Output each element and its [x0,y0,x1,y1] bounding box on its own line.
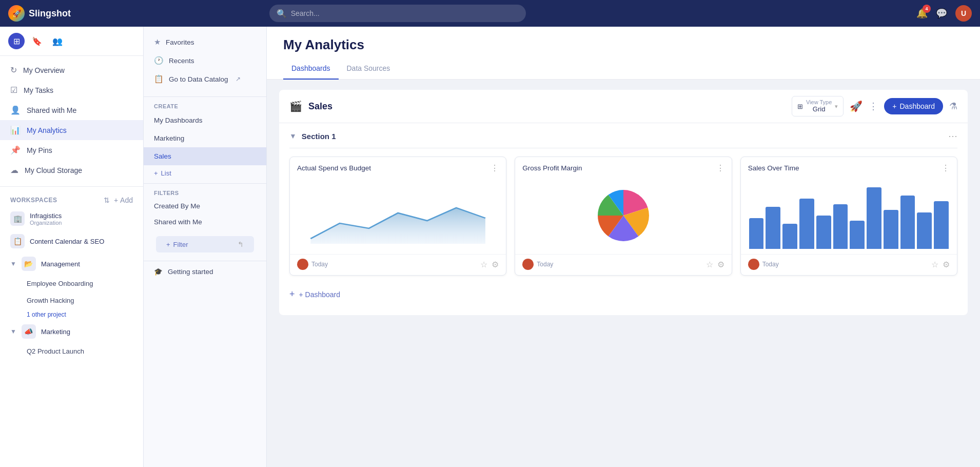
workspace-name: Infragistics [30,212,120,220]
workspace-sub: Organization [30,220,120,226]
bar [934,201,949,249]
cloud-icon: ☁ [10,165,18,175]
star-icon[interactable]: ☆ [931,260,938,269]
card-more-icon[interactable]: ⋮ [942,163,950,173]
card-avatar [748,259,759,270]
section-name: Section 1 [302,132,336,141]
plus-icon: + [166,241,170,248]
star-icon[interactable]: ☆ [480,260,487,269]
sidebar-nav: ↻ My Overview ☑ My Tasks 👤 Shared with M… [0,56,143,184]
sidebar-item-my-analytics[interactable]: 📊 My Analytics [0,120,143,140]
tab-data-sources[interactable]: Data Sources [339,60,399,80]
bar [799,199,814,249]
people-icon: 👥 [52,36,63,46]
search-input[interactable] [291,9,519,17]
add-dashboard-row-label: + Dashboard [299,290,341,299]
filter-created-by-me[interactable]: Created By Me [144,198,266,214]
tab-dashboards[interactable]: Dashboards [283,60,339,80]
sidebar-item-my-pins[interactable]: 📌 My Pins [0,140,143,160]
card-user: Today [297,259,328,270]
bar [867,187,881,249]
add-list-button[interactable]: + List [144,165,266,181]
workspaces-actions: ⇅ + Add [104,196,133,204]
middle-item-my-dashboards[interactable]: My Dashboards ⋯ [144,111,266,129]
sidebar-tab-layers[interactable]: ⊞ [8,33,25,49]
catalog-icon: 📋 [154,74,164,84]
card-avatar [297,259,308,270]
add-dashboard-row[interactable]: + + Dashboard [289,284,957,305]
sidebar-item-label: My Pins [27,146,52,154]
workspace-item-content-calendar[interactable]: 📋 Content Calendar & SEO ⋯ [0,230,143,252]
dashboard-label: My Dashboards [154,116,203,124]
user-avatar[interactable]: U [955,5,972,22]
workspaces-header: Workspaces ⇅ + Add [0,193,143,207]
middle-item-recents[interactable]: 🕐 Recents [144,51,266,70]
share-icon[interactable]: ⚙ [492,260,499,269]
view-type-button[interactable]: ⊞ View Type Grid ▾ [792,96,844,116]
workspace-item-marketing[interactable]: ▼ 📣 Marketing ⋯ [0,320,143,343]
sub-item-growth-hacking[interactable]: Growth Hacking ⋯ [0,292,143,309]
search-bar[interactable]: 🔍 [269,5,526,22]
middle-item-data-catalog[interactable]: 📋 Go to Data Catalog ↗ [144,70,266,88]
card-more-icon[interactable]: ⋮ [716,163,724,173]
sidebar-item-my-tasks[interactable]: ☑ My Tasks [0,80,143,100]
card-more-icon[interactable]: ⋮ [491,163,499,173]
chevron-down-icon: ▼ [10,260,16,267]
logo-icon: 🚀 [8,5,25,22]
bar [782,224,797,249]
bar [884,210,898,249]
dashboard-icon: 🎬 [289,100,302,112]
plus-icon: + [289,289,295,300]
middle-item-sales[interactable]: Sales ⋯ [144,147,266,165]
sidebar-item-label: My Tasks [24,86,53,94]
middle-item-favorites[interactable]: ★ Favorites [144,33,266,51]
plus-icon: + [154,169,158,177]
workspace-item-infragistics[interactable]: 🏢 Infragistics Organization ⋯ [0,207,143,230]
messages-button[interactable]: 💬 [936,8,947,19]
sidebar-item-my-overview[interactable]: ↻ My Overview [0,60,143,80]
dashboard-label: Marketing [154,134,184,142]
section-container: ▼ Section 1 ⋯ Actual Spend vs Budget ⋮ [279,123,968,315]
collapse-icon[interactable]: ▼ [289,132,297,140]
middle-item-label: Go to Data Catalog [169,75,228,83]
sidebar-item-my-cloud-storage[interactable]: ☁ My Cloud Storage [0,160,143,180]
divider [144,96,266,97]
card-header: Gross Profit Margin ⋮ [515,157,731,177]
add-dashboard-button[interactable]: + Dashboard [884,98,943,114]
other-project-link[interactable]: 1 other project [0,309,143,320]
share-icon[interactable]: ⚙ [943,260,950,269]
shared-icon: 👤 [10,105,21,115]
card-sales-over-time: Sales Over Time ⋮ Today [740,157,957,276]
avatar-initial: U [961,9,966,17]
main-tabs: Dashboards Data Sources [283,60,964,79]
filter-button[interactable]: ⚗ [949,101,957,112]
sidebar-tab-bookmarks[interactable]: 🔖 [29,33,45,49]
add-filter-button[interactable]: + Filter ↰ [156,236,254,252]
main-header: My Analytics Dashboards Data Sources [267,27,980,80]
middle-item-marketing[interactable]: Marketing ⋯ [144,129,266,147]
notifications-button[interactable]: 🔔 4 [916,8,928,19]
middle-panel: ★ Favorites 🕐 Recents 📋 Go to Data Catal… [144,27,267,467]
sidebar-tab-people[interactable]: 👥 [49,33,66,49]
left-sidebar: ⊞ 🔖 👥 ↻ My Overview ☑ My Tasks 👤 Shared … [0,27,144,467]
sub-item-q2-product-launch[interactable]: Q2 Product Launch ⋯ [0,343,143,360]
section-more-icon[interactable]: ⋯ [948,130,957,142]
sort-button[interactable]: ⇅ [104,196,110,204]
add-workspace-button[interactable]: + Add [114,196,133,204]
app-logo[interactable]: 🚀 Slingshot [8,5,71,22]
cards-grid: Actual Spend vs Budget ⋮ [289,157,957,276]
sub-item-employee-onboarding[interactable]: Employee Onboarding ⋯ [0,275,143,292]
sidebar-item-shared-with-me[interactable]: 👤 Shared with Me [0,100,143,120]
rocket-button[interactable]: 🚀 [850,100,863,112]
bookmark-icon: 🔖 [32,36,42,46]
getting-started-link[interactable]: 🎓 Getting started [144,263,266,280]
more-options-button[interactable]: ⋮ [869,101,878,112]
card-chart-bar [741,177,957,254]
middle-item-label: Recents [169,57,194,65]
star-icon[interactable]: ☆ [706,260,713,269]
workspace-item-management[interactable]: ▼ 📂 Management ⋯ [0,252,143,275]
workspaces-label: Workspaces [10,197,57,204]
filter-shared-with-me[interactable]: Shared with Me [144,214,266,230]
share-icon[interactable]: ⚙ [717,260,724,269]
card-date: Today [311,261,328,268]
